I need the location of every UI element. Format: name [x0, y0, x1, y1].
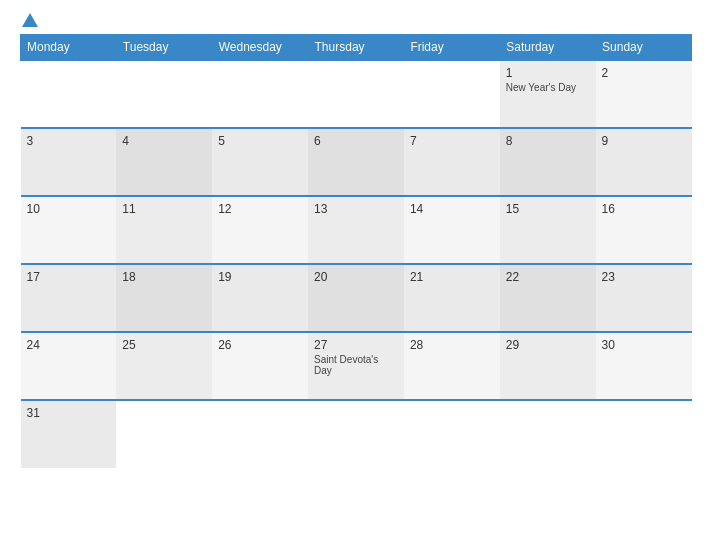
day-number: 7	[410, 134, 494, 148]
day-cell: 16	[596, 196, 692, 264]
day-cell: 24	[21, 332, 117, 400]
day-number: 14	[410, 202, 494, 216]
week-row-3: 10111213141516	[21, 196, 692, 264]
day-cell: 1New Year's Day	[500, 60, 596, 128]
day-header-tuesday: Tuesday	[116, 35, 212, 61]
day-cell: 9	[596, 128, 692, 196]
day-number: 3	[27, 134, 111, 148]
day-number: 29	[506, 338, 590, 352]
week-row-1: 1New Year's Day2	[21, 60, 692, 128]
day-number: 18	[122, 270, 206, 284]
day-cell	[212, 400, 308, 468]
logo-triangle-icon	[22, 13, 38, 27]
day-cell: 17	[21, 264, 117, 332]
day-cell	[596, 400, 692, 468]
day-number: 20	[314, 270, 398, 284]
day-cell	[500, 400, 596, 468]
day-cell: 31	[21, 400, 117, 468]
day-cell: 28	[404, 332, 500, 400]
logo	[20, 15, 40, 29]
day-number: 31	[27, 406, 111, 420]
day-number: 1	[506, 66, 590, 80]
day-cell: 21	[404, 264, 500, 332]
day-cell: 11	[116, 196, 212, 264]
day-number: 5	[218, 134, 302, 148]
day-header-friday: Friday	[404, 35, 500, 61]
day-number: 8	[506, 134, 590, 148]
day-cell	[116, 400, 212, 468]
day-cell: 3	[21, 128, 117, 196]
day-number: 22	[506, 270, 590, 284]
day-cell: 23	[596, 264, 692, 332]
day-header-monday: Monday	[21, 35, 117, 61]
day-number: 2	[602, 66, 686, 80]
day-number: 23	[602, 270, 686, 284]
day-cell	[404, 60, 500, 128]
day-cell: 19	[212, 264, 308, 332]
day-number: 19	[218, 270, 302, 284]
week-row-6: 31	[21, 400, 692, 468]
day-cell: 14	[404, 196, 500, 264]
day-header-sunday: Sunday	[596, 35, 692, 61]
day-cell: 10	[21, 196, 117, 264]
day-cell	[21, 60, 117, 128]
day-cell: 8	[500, 128, 596, 196]
day-cell: 30	[596, 332, 692, 400]
day-event: Saint Devota's Day	[314, 354, 398, 376]
day-cell: 7	[404, 128, 500, 196]
day-number: 28	[410, 338, 494, 352]
day-header-thursday: Thursday	[308, 35, 404, 61]
day-number: 24	[27, 338, 111, 352]
day-cell: 27Saint Devota's Day	[308, 332, 404, 400]
day-cell: 2	[596, 60, 692, 128]
day-cell: 15	[500, 196, 596, 264]
day-number: 13	[314, 202, 398, 216]
header	[20, 15, 692, 29]
day-cell: 20	[308, 264, 404, 332]
day-cell: 18	[116, 264, 212, 332]
day-number: 25	[122, 338, 206, 352]
day-number: 10	[27, 202, 111, 216]
day-cell: 5	[212, 128, 308, 196]
day-number: 11	[122, 202, 206, 216]
calendar-page: MondayTuesdayWednesdayThursdayFridaySatu…	[0, 0, 712, 550]
day-header-saturday: Saturday	[500, 35, 596, 61]
day-cell: 25	[116, 332, 212, 400]
day-number: 9	[602, 134, 686, 148]
day-cell: 4	[116, 128, 212, 196]
day-cell: 13	[308, 196, 404, 264]
day-number: 26	[218, 338, 302, 352]
day-number: 15	[506, 202, 590, 216]
day-cell	[404, 400, 500, 468]
day-cell: 26	[212, 332, 308, 400]
day-cell	[308, 400, 404, 468]
day-cell: 22	[500, 264, 596, 332]
day-number: 21	[410, 270, 494, 284]
day-number: 30	[602, 338, 686, 352]
day-cell	[212, 60, 308, 128]
calendar-table: MondayTuesdayWednesdayThursdayFridaySatu…	[20, 34, 692, 468]
days-header-row: MondayTuesdayWednesdayThursdayFridaySatu…	[21, 35, 692, 61]
week-row-2: 3456789	[21, 128, 692, 196]
day-number: 27	[314, 338, 398, 352]
day-event: New Year's Day	[506, 82, 590, 93]
day-number: 17	[27, 270, 111, 284]
day-number: 4	[122, 134, 206, 148]
day-cell: 29	[500, 332, 596, 400]
day-cell	[116, 60, 212, 128]
day-cell: 12	[212, 196, 308, 264]
day-cell	[308, 60, 404, 128]
day-number: 12	[218, 202, 302, 216]
week-row-5: 24252627Saint Devota's Day282930	[21, 332, 692, 400]
day-number: 6	[314, 134, 398, 148]
day-number: 16	[602, 202, 686, 216]
country-label	[622, 15, 692, 20]
day-cell: 6	[308, 128, 404, 196]
day-header-wednesday: Wednesday	[212, 35, 308, 61]
week-row-4: 17181920212223	[21, 264, 692, 332]
